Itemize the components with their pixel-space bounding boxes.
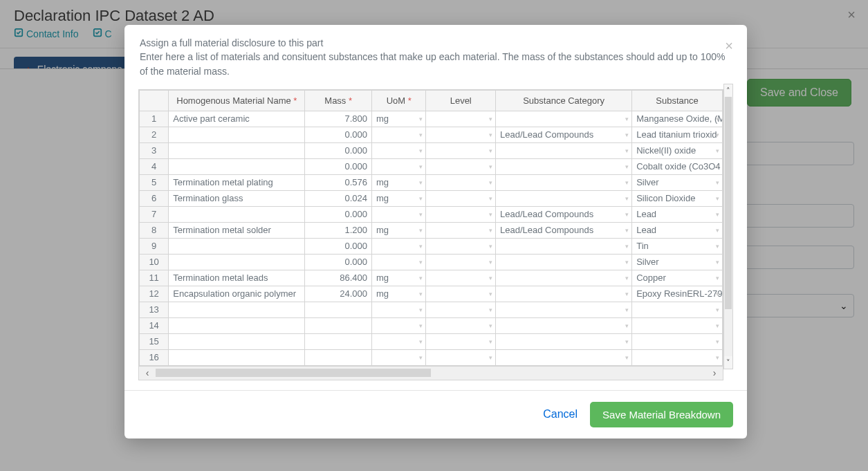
cell-uom[interactable] — [371, 317, 425, 333]
table-row[interactable]: 11Termination metal leads86.400mgCopper — [140, 270, 723, 286]
cell-uom[interactable] — [371, 302, 425, 317]
cell-uom[interactable]: mg — [371, 111, 425, 127]
cell-substance[interactable]: Silicon Dioxide — [632, 190, 723, 206]
table-row[interactable]: 14 — [140, 317, 723, 333]
cell-mass[interactable] — [305, 349, 372, 365]
cell-level[interactable] — [426, 158, 496, 174]
col-substance[interactable]: Substance — [632, 90, 723, 111]
cell-material-name[interactable] — [169, 349, 305, 365]
cell-substance[interactable]: Tin — [632, 238, 723, 254]
cell-uom[interactable] — [371, 254, 425, 270]
cell-category[interactable] — [496, 238, 632, 254]
cell-category[interactable]: Lead/Lead Compounds — [496, 206, 632, 222]
cell-category[interactable] — [496, 254, 632, 270]
col-level[interactable]: Level — [426, 90, 496, 111]
v-scrollbar-track[interactable] — [724, 97, 732, 356]
cell-level[interactable] — [426, 302, 496, 317]
table-row[interactable]: 1Active part ceramic7.800mgManganese Oxi… — [140, 111, 723, 127]
cell-category[interactable] — [496, 349, 632, 365]
cell-substance[interactable]: Manganese Oxide, (M — [632, 111, 723, 127]
table-row[interactable]: 15 — [140, 333, 723, 349]
cell-level[interactable] — [426, 317, 496, 333]
col-uom[interactable]: UoM * — [371, 90, 425, 111]
cell-uom[interactable]: mg — [371, 174, 425, 190]
cell-substance[interactable]: Lead — [632, 222, 723, 238]
cell-material-name[interactable]: Active part ceramic — [169, 111, 305, 127]
cell-mass[interactable] — [305, 302, 372, 317]
scroll-up-icon[interactable]: ˄ — [726, 84, 730, 97]
table-row[interactable]: 5Termination metal plating0.576mgSilver — [140, 174, 723, 190]
cell-category[interactable] — [496, 111, 632, 127]
cell-uom[interactable] — [371, 349, 425, 365]
cell-uom[interactable]: mg — [371, 222, 425, 238]
cell-category[interactable]: Lead/Lead Compounds — [496, 127, 632, 142]
cell-mass[interactable]: 24.000 — [305, 286, 372, 302]
scroll-right-icon[interactable]: › — [706, 367, 723, 378]
cell-mass[interactable]: 0.024 — [305, 190, 372, 206]
cell-substance[interactable] — [632, 317, 723, 333]
table-row[interactable]: 100.000Silver — [140, 254, 723, 270]
cell-material-name[interactable]: Termination metal plating — [169, 174, 305, 190]
table-row[interactable]: 40.000Cobalt oxide (Co3O4 — [140, 158, 723, 174]
cell-uom[interactable]: mg — [371, 286, 425, 302]
cell-level[interactable] — [426, 286, 496, 302]
cell-category[interactable] — [496, 158, 632, 174]
cell-substance[interactable]: Silver — [632, 254, 723, 270]
table-row[interactable]: 8Termination metal solder1.200mgLead/Lea… — [140, 222, 723, 238]
table-row[interactable]: 6Termination glass0.024mgSilicon Dioxide — [140, 190, 723, 206]
cell-substance[interactable]: Copper — [632, 270, 723, 286]
cell-level[interactable] — [426, 254, 496, 270]
cell-material-name[interactable]: Termination metal leads — [169, 270, 305, 286]
cell-substance[interactable] — [632, 333, 723, 349]
cell-category[interactable] — [496, 286, 632, 302]
cell-level[interactable] — [426, 333, 496, 349]
col-category[interactable]: Substance Category — [496, 90, 632, 111]
cell-material-name[interactable] — [169, 206, 305, 222]
cell-level[interactable] — [426, 174, 496, 190]
cell-level[interactable] — [426, 270, 496, 286]
table-row[interactable]: 13 — [140, 302, 723, 317]
scroll-down-icon[interactable]: ˅ — [726, 356, 730, 369]
cell-material-name[interactable] — [169, 333, 305, 349]
materials-grid[interactable]: Homogenous Material Name * Mass * UoM * … — [138, 89, 723, 380]
scroll-left-icon[interactable]: ‹ — [139, 367, 156, 378]
cell-category[interactable] — [496, 333, 632, 349]
cell-category[interactable] — [496, 190, 632, 206]
cell-mass[interactable] — [305, 333, 372, 349]
modal-cancel-button[interactable]: Cancel — [543, 408, 578, 421]
cell-uom[interactable]: mg — [371, 270, 425, 286]
cell-mass[interactable]: 0.000 — [305, 238, 372, 254]
cell-uom[interactable]: mg — [371, 190, 425, 206]
col-name[interactable]: Homogenous Material Name * — [169, 90, 305, 111]
cell-substance[interactable]: Silver — [632, 174, 723, 190]
cell-level[interactable] — [426, 190, 496, 206]
cell-uom[interactable] — [371, 333, 425, 349]
table-row[interactable]: 16 — [140, 349, 723, 365]
cell-mass[interactable]: 1.200 — [305, 222, 372, 238]
cell-level[interactable] — [426, 222, 496, 238]
cell-category[interactable] — [496, 174, 632, 190]
table-row[interactable]: 30.000Nickel(II) oxide — [140, 142, 723, 158]
cell-material-name[interactable] — [169, 127, 305, 142]
v-scrollbar-thumb[interactable] — [725, 97, 732, 310]
cell-substance[interactable]: Nickel(II) oxide — [632, 142, 723, 158]
cell-uom[interactable] — [371, 127, 425, 142]
cell-substance[interactable] — [632, 349, 723, 365]
cell-mass[interactable]: 0.000 — [305, 142, 372, 158]
cell-mass[interactable]: 7.800 — [305, 111, 372, 127]
cell-level[interactable] — [426, 349, 496, 365]
cell-mass[interactable]: 0.576 — [305, 174, 372, 190]
cell-level[interactable] — [426, 127, 496, 142]
h-scrollbar-thumb[interactable] — [156, 369, 431, 377]
cell-category[interactable] — [496, 270, 632, 286]
v-scrollbar[interactable]: ˄ ˅ — [723, 84, 733, 369]
cell-material-name[interactable]: Termination metal solder — [169, 222, 305, 238]
save-material-breakdown-button[interactable]: Save Material Breakdown — [590, 402, 733, 427]
cell-mass[interactable] — [305, 317, 372, 333]
table-row[interactable]: 20.000Lead/Lead CompoundsLead titanium t… — [140, 127, 723, 142]
cell-category[interactable] — [496, 302, 632, 317]
cell-category[interactable] — [496, 317, 632, 333]
table-row[interactable]: 70.000Lead/Lead CompoundsLead — [140, 206, 723, 222]
cell-material-name[interactable]: Termination glass — [169, 190, 305, 206]
cell-mass[interactable]: 0.000 — [305, 206, 372, 222]
